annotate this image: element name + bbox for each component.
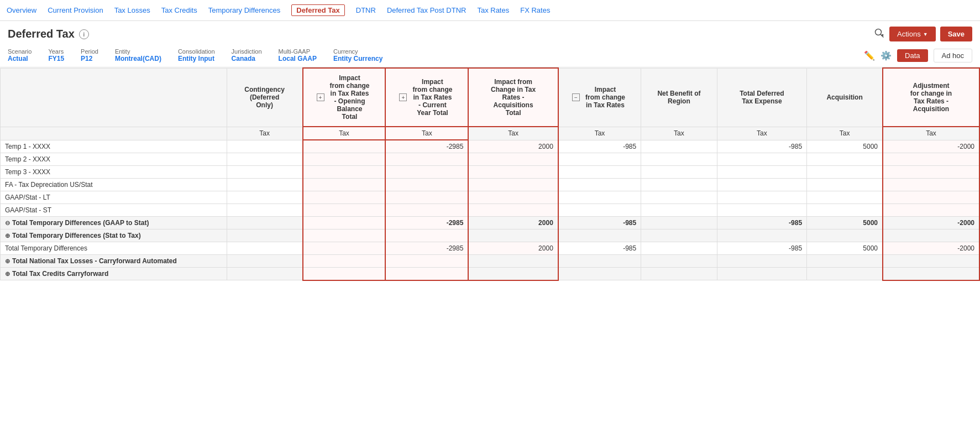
cell-contingency[interactable]	[227, 204, 302, 217]
cell-acquisition[interactable]: 5000	[807, 242, 883, 255]
cell-current-year[interactable]	[385, 229, 468, 242]
cell-adjustment[interactable]	[883, 268, 979, 280]
nav-overview[interactable]: Overview	[7, 6, 36, 14]
save-button[interactable]: Save	[940, 27, 972, 41]
cell-adjustment[interactable]	[883, 255, 979, 268]
cell-net-benefit[interactable]	[641, 140, 717, 153]
expand-row-icon[interactable]: ⊕	[5, 258, 10, 264]
cell-contingency[interactable]	[227, 242, 302, 255]
cell-acquisition[interactable]	[807, 229, 883, 242]
cell-acquisition[interactable]	[807, 166, 883, 179]
cell-current-year[interactable]	[385, 153, 468, 166]
nav-tax-rates[interactable]: Tax Rates	[477, 6, 509, 14]
cell-total-deferred[interactable]	[717, 166, 806, 179]
cell-adjustment[interactable]: -2000	[883, 217, 979, 229]
cell-net-benefit[interactable]	[641, 255, 717, 268]
settings-icon-button[interactable]: ⚙️	[881, 50, 892, 61]
nav-current-provision[interactable]: Current Provision	[48, 6, 103, 14]
cell-acquisitions[interactable]	[468, 255, 558, 268]
cell-contingency[interactable]	[227, 255, 302, 268]
cell-acquisitions[interactable]: 2000	[468, 242, 558, 255]
nav-deferred-tax-post-dtnr[interactable]: Deferred Tax Post DTNR	[387, 6, 467, 14]
cell-impact-tax-rates[interactable]	[558, 166, 641, 179]
cell-current-year[interactable]: -2985	[385, 217, 468, 229]
nav-temporary-differences[interactable]: Temporary Differences	[208, 6, 281, 14]
cell-contingency[interactable]	[227, 179, 302, 191]
cell-contingency[interactable]	[227, 229, 302, 242]
collapse-current-year-icon[interactable]: +	[399, 93, 407, 101]
cell-adjustment[interactable]	[883, 166, 979, 179]
cell-acquisitions[interactable]: 2000	[468, 140, 558, 153]
cell-impact-tax-rates[interactable]	[558, 191, 641, 204]
cell-net-benefit[interactable]	[641, 166, 717, 179]
cell-opening-balance[interactable]	[303, 268, 386, 280]
cell-acquisition[interactable]	[807, 268, 883, 280]
tab-data[interactable]: Data	[897, 49, 927, 62]
filter-consolidation-value[interactable]: Entity Input	[178, 55, 215, 62]
cell-total-deferred[interactable]: -985	[717, 242, 806, 255]
cell-total-deferred[interactable]	[717, 268, 806, 280]
cell-total-deferred[interactable]: -985	[717, 217, 806, 229]
expand-row-icon[interactable]: ⊕	[5, 270, 10, 277]
cell-total-deferred[interactable]: -985	[717, 140, 806, 153]
cell-opening-balance[interactable]	[303, 140, 386, 153]
cell-adjustment[interactable]: -2000	[883, 140, 979, 153]
cell-net-benefit[interactable]	[641, 268, 717, 280]
nav-tax-losses[interactable]: Tax Losses	[114, 6, 150, 14]
cell-impact-tax-rates[interactable]	[558, 153, 641, 166]
cell-current-year[interactable]	[385, 191, 468, 204]
cell-adjustment[interactable]	[883, 204, 979, 217]
cell-impact-tax-rates[interactable]: -985	[558, 217, 641, 229]
cell-opening-balance[interactable]	[303, 255, 386, 268]
cell-acquisitions[interactable]	[468, 229, 558, 242]
nav-fx-rates[interactable]: FX Rates	[520, 6, 550, 14]
collapse-impact-tax-rates-icon[interactable]: −	[572, 93, 580, 101]
cell-opening-balance[interactable]	[303, 153, 386, 166]
info-icon[interactable]: i	[79, 29, 89, 39]
cell-total-deferred[interactable]	[717, 229, 806, 242]
filter-currency-value[interactable]: Entity Currency	[333, 55, 382, 62]
cell-net-benefit[interactable]	[641, 191, 717, 204]
cell-opening-balance[interactable]	[303, 229, 386, 242]
cell-impact-tax-rates[interactable]	[558, 179, 641, 191]
tab-adhoc[interactable]: Ad hoc	[934, 49, 972, 62]
cell-acquisition[interactable]	[807, 191, 883, 204]
cell-opening-balance[interactable]	[303, 166, 386, 179]
cell-acquisitions[interactable]	[468, 179, 558, 191]
cell-current-year[interactable]	[385, 255, 468, 268]
cell-impact-tax-rates[interactable]	[558, 229, 641, 242]
cell-adjustment[interactable]	[883, 229, 979, 242]
cell-impact-tax-rates[interactable]: -985	[558, 242, 641, 255]
cell-total-deferred[interactable]	[717, 179, 806, 191]
cell-opening-balance[interactable]	[303, 217, 386, 229]
cell-total-deferred[interactable]	[717, 153, 806, 166]
search-icon-button[interactable]	[874, 28, 885, 41]
cell-acquisitions[interactable]	[468, 204, 558, 217]
filter-scenario-value[interactable]: Actual	[8, 55, 32, 62]
expand-row-icon[interactable]: ⊖	[5, 220, 10, 226]
cell-contingency[interactable]	[227, 191, 302, 204]
filter-period-value[interactable]: P12	[81, 55, 98, 62]
nav-dtnr[interactable]: DTNR	[356, 6, 376, 14]
cell-acquisitions[interactable]: 2000	[468, 217, 558, 229]
edit-icon-button[interactable]: ✏️	[864, 50, 875, 61]
cell-adjustment[interactable]	[883, 179, 979, 191]
cell-impact-tax-rates[interactable]	[558, 255, 641, 268]
cell-net-benefit[interactable]	[641, 179, 717, 191]
filter-jurisdiction-value[interactable]: Canada	[232, 55, 262, 62]
cell-impact-tax-rates[interactable]: -985	[558, 140, 641, 153]
cell-contingency[interactable]	[227, 166, 302, 179]
cell-opening-balance[interactable]	[303, 179, 386, 191]
cell-adjustment[interactable]	[883, 153, 979, 166]
nav-deferred-tax[interactable]: Deferred Tax	[291, 4, 345, 16]
cell-net-benefit[interactable]	[641, 204, 717, 217]
cell-contingency[interactable]	[227, 140, 302, 153]
cell-impact-tax-rates[interactable]	[558, 268, 641, 280]
cell-acquisition[interactable]	[807, 255, 883, 268]
cell-contingency[interactable]	[227, 217, 302, 229]
filter-years-value[interactable]: FY15	[48, 55, 64, 62]
nav-tax-credits[interactable]: Tax Credits	[161, 6, 197, 14]
actions-button[interactable]: Actions	[889, 27, 936, 41]
cell-acquisitions[interactable]	[468, 268, 558, 280]
cell-total-deferred[interactable]	[717, 204, 806, 217]
